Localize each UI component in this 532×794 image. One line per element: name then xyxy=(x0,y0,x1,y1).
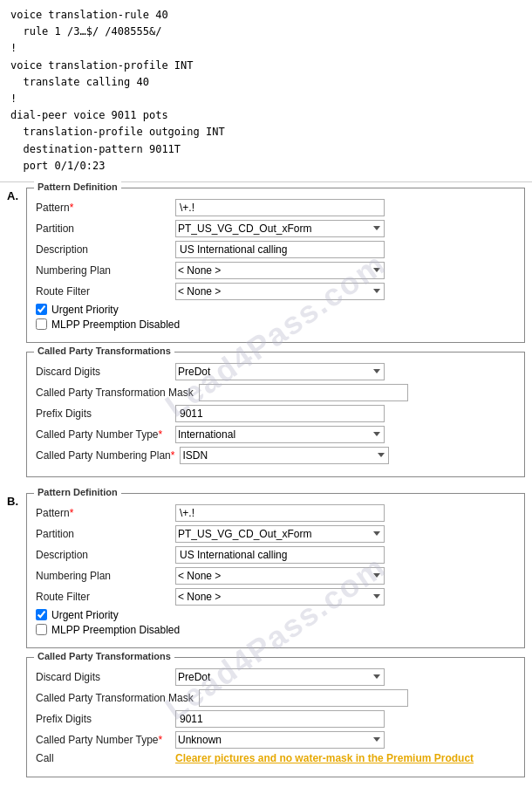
route-filter-row-b: Route Filter < None > xyxy=(36,588,515,606)
mlpp-checkbox-a[interactable] xyxy=(36,318,47,330)
partition-label-a: Partition xyxy=(36,222,175,235)
urgent-priority-row-a: Urgent Priority xyxy=(36,304,515,316)
code-line-6: ! xyxy=(10,91,522,107)
pattern-input-b[interactable] xyxy=(175,504,385,522)
called-party-b-legend: Called Party Transformations xyxy=(34,651,174,661)
mlpp-row-a: MLPP Preemption Disabled xyxy=(36,318,515,331)
cp-numbering-plan-label-a: Called Party Numbering Plan* xyxy=(36,449,180,462)
urgent-priority-label-b: Urgent Priority xyxy=(51,609,119,621)
cp-transform-mask-input-a[interactable] xyxy=(199,384,408,401)
partition-row-b: Partition PT_US_VG_CD_Out_xForm xyxy=(36,525,515,543)
cp-number-type-row-a: Called Party Number Type* International xyxy=(36,426,515,443)
code-line-8: translation-profile outgoing INT xyxy=(10,124,522,140)
route-filter-select-a[interactable]: < None > xyxy=(175,283,385,300)
discard-digits-select-b[interactable]: PreDot xyxy=(175,668,385,686)
cp-number-type-select-a[interactable]: International xyxy=(175,426,385,443)
cp-transform-mask-input-b[interactable] xyxy=(199,689,408,707)
prefix-digits-label-a: Prefix Digits xyxy=(36,407,175,420)
cp-number-type-row-b: Called Party Number Type* Unknown xyxy=(36,731,515,749)
prefix-digits-input-b[interactable] xyxy=(175,710,385,728)
route-filter-row-a: Route Filter < None > xyxy=(36,283,515,300)
cp-numbering-plan-label-b: Call xyxy=(36,752,175,764)
pattern-input-a[interactable] xyxy=(175,199,385,216)
section-b-label: B. xyxy=(7,495,21,508)
pattern-definition-b-legend: Pattern Definition xyxy=(34,487,121,497)
partition-select-b[interactable]: PT_US_VG_CD_Out_xForm xyxy=(175,525,385,543)
code-line-3: ! xyxy=(10,40,522,57)
numbering-plan-label-b: Numbering Plan xyxy=(36,570,175,582)
pattern-row-a: Pattern* xyxy=(36,199,515,216)
section-a-label: A. xyxy=(7,189,21,202)
numbering-plan-select-b[interactable]: < None > xyxy=(175,567,385,585)
mlpp-label-a: MLPP Preemption Disabled xyxy=(51,318,180,331)
code-line-9: destination-pattern 9011T xyxy=(10,141,522,158)
code-line-1: voice translation-rule 40 xyxy=(10,7,522,24)
cp-number-type-select-b[interactable]: Unknown xyxy=(175,731,385,749)
section-a: A. Lead4Pass.com Pattern Definition Patt… xyxy=(0,182,532,488)
pattern-definition-b: Pattern Definition Pattern* Partition PT… xyxy=(26,493,525,648)
cp-number-type-label-a: Called Party Number Type* xyxy=(36,428,175,441)
code-block: voice translation-rule 40 rule 1 /3…$/ /… xyxy=(0,0,532,182)
numbering-plan-row-b: Numbering Plan < None > xyxy=(36,567,515,585)
cp-transform-mask-label-b: Called Party Transformation Mask xyxy=(36,692,199,704)
route-filter-label-b: Route Filter xyxy=(36,591,175,603)
mlpp-checkbox-b[interactable] xyxy=(36,624,47,635)
pattern-label-a: Pattern* xyxy=(36,202,175,214)
called-party-a: Called Party Transformations Discard Dig… xyxy=(26,352,525,477)
numbering-plan-label-a: Numbering Plan xyxy=(36,264,175,277)
partition-select-a[interactable]: PT_US_VG_CD_Out_xForm xyxy=(175,220,385,237)
description-label-b: Description xyxy=(36,549,175,561)
partition-row-a: Partition PT_US_VG_CD_Out_xForm xyxy=(36,220,515,237)
description-input-a[interactable] xyxy=(175,241,385,258)
cp-transform-mask-row-a: Called Party Transformation Mask xyxy=(36,384,515,401)
cp-numbering-plan-select-a[interactable]: ISDN xyxy=(180,447,389,464)
urgent-priority-checkbox-a[interactable] xyxy=(36,304,47,315)
mlpp-label-b: MLPP Preemption Disabled xyxy=(51,624,180,636)
discard-digits-label-a: Discard Digits xyxy=(36,366,175,378)
cp-transform-mask-label-a: Called Party Transformation Mask xyxy=(36,387,199,399)
prefix-digits-row-a: Prefix Digits xyxy=(36,405,515,422)
prefix-digits-input-a[interactable] xyxy=(175,405,385,422)
cp-number-type-label-b: Called Party Number Type* xyxy=(36,734,175,746)
description-row-b: Description xyxy=(36,546,515,564)
urgent-priority-row-b: Urgent Priority xyxy=(36,609,515,621)
code-line-2: rule 1 /3…$/ /408555&/ xyxy=(10,24,522,40)
cp-numbering-plan-row-b: Call Clearer pictures and no water-mask … xyxy=(36,752,515,764)
called-party-a-legend: Called Party Transformations xyxy=(34,346,174,356)
pattern-row-b: Pattern* xyxy=(36,504,515,522)
numbering-plan-row-a: Numbering Plan < None > xyxy=(36,262,515,279)
discard-digits-row-a: Discard Digits PreDot xyxy=(36,363,515,380)
numbering-plan-select-a[interactable]: < None > xyxy=(175,262,385,279)
route-filter-label-a: Route Filter xyxy=(36,285,175,298)
code-line-7: dial-peer voice 9011 pots xyxy=(10,107,522,124)
section-b: B. Lead4Pass.com Pattern Definition Patt… xyxy=(0,488,532,788)
premium-link[interactable]: Clearer pictures and no water-mask in th… xyxy=(175,752,474,764)
pattern-definition-a: Pattern Definition Pattern* Partition PT… xyxy=(26,188,525,343)
urgent-priority-checkbox-b[interactable] xyxy=(36,609,47,620)
section-b-content: Lead4Pass.com Pattern Definition Pattern… xyxy=(26,493,525,783)
prefix-digits-row-b: Prefix Digits xyxy=(36,710,515,728)
description-input-b[interactable] xyxy=(175,546,385,564)
cp-transform-mask-row-b: Called Party Transformation Mask xyxy=(36,689,515,707)
partition-label-b: Partition xyxy=(36,528,175,540)
urgent-priority-label-a: Urgent Priority xyxy=(51,304,119,316)
pattern-definition-a-legend: Pattern Definition xyxy=(34,181,121,192)
mlpp-row-b: MLPP Preemption Disabled xyxy=(36,624,515,636)
cp-numbering-plan-row-a: Called Party Numbering Plan* ISDN xyxy=(36,447,515,464)
route-filter-select-b[interactable]: < None > xyxy=(175,588,385,606)
code-line-10: port 0/1/0:23 xyxy=(10,158,522,175)
discard-digits-label-b: Discard Digits xyxy=(36,671,175,683)
code-line-4: voice translation-profile INT xyxy=(10,58,522,74)
prefix-digits-label-b: Prefix Digits xyxy=(36,713,175,725)
discard-digits-row-b: Discard Digits PreDot xyxy=(36,668,515,686)
description-row-a: Description xyxy=(36,241,515,258)
called-party-b: Called Party Transformations Discard Dig… xyxy=(26,657,525,777)
section-a-content: Lead4Pass.com Pattern Definition Pattern… xyxy=(26,188,525,483)
pattern-label-b: Pattern* xyxy=(36,507,175,519)
description-label-a: Description xyxy=(36,243,175,256)
discard-digits-select-a[interactable]: PreDot xyxy=(175,363,385,380)
code-line-5: translate calling 40 xyxy=(10,74,522,91)
